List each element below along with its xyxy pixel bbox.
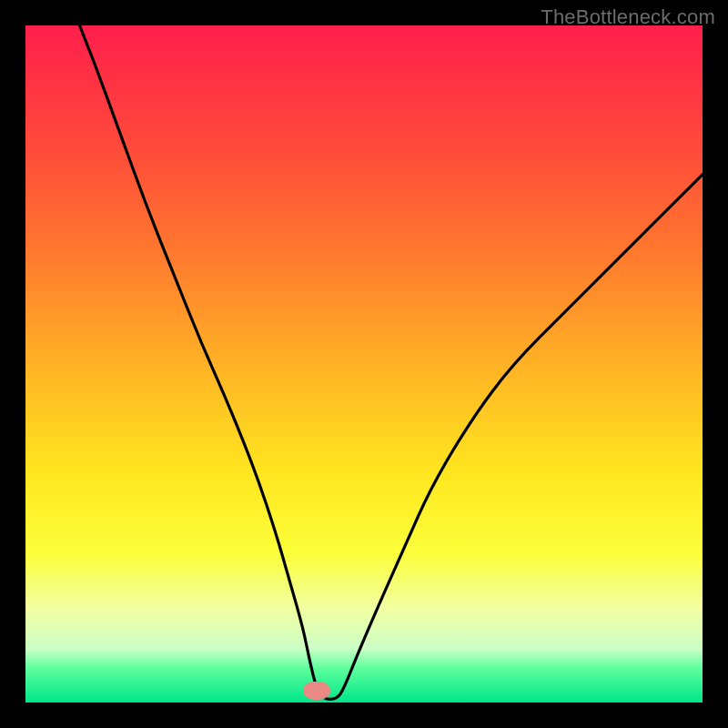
watermark-text: TheBottleneck.com	[541, 5, 715, 29]
chart-plot-area	[25, 25, 703, 703]
chart-curve	[25, 25, 703, 703]
chart-frame: TheBottleneck.com	[0, 0, 728, 728]
bottleneck-marker	[303, 682, 330, 700]
